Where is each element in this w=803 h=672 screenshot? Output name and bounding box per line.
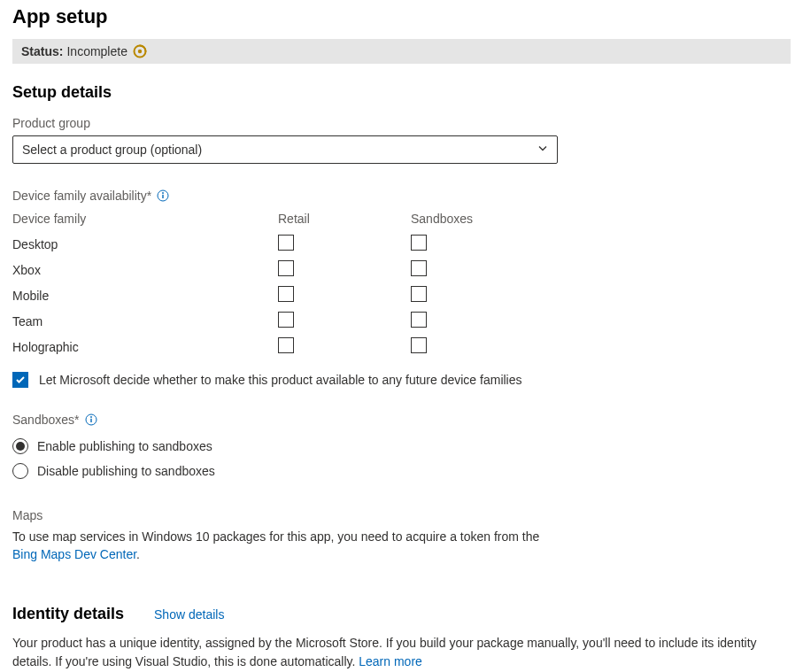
device-family-table: Device family Retail Sandboxes DesktopXb… <box>12 208 791 359</box>
maps-body-suffix: . <box>136 547 140 561</box>
sandboxes-label: Sandboxes* <box>12 413 791 427</box>
device-family-row: Desktop <box>12 231 791 257</box>
radio-icon <box>12 463 28 479</box>
future-families-row[interactable]: Let Microsoft decide whether to make thi… <box>12 372 791 388</box>
svg-point-3 <box>162 192 164 194</box>
product-group-select[interactable]: Select a product group (optional) <box>12 135 558 164</box>
future-families-checkbox[interactable] <box>12 372 28 388</box>
show-details-link[interactable]: Show details <box>154 607 224 622</box>
maps-block: Maps To use map services in Windows 10 p… <box>12 508 558 564</box>
device-family-name: Holographic <box>12 340 278 354</box>
col-retail: Retail <box>278 212 411 226</box>
svg-rect-4 <box>162 195 163 198</box>
col-device-family: Device family <box>12 212 278 226</box>
col-sandboxes: Sandboxes <box>411 212 544 226</box>
device-family-row: Xbox <box>12 257 791 282</box>
status-value: Incomplete <box>66 44 127 58</box>
sandboxes-checkbox[interactable] <box>411 337 427 353</box>
device-family-row: Holographic <box>12 334 791 359</box>
status-bar: Status: Incomplete <box>12 39 791 64</box>
page-title: App setup <box>12 5 791 28</box>
info-icon[interactable] <box>85 413 97 426</box>
identity-description: Your product has a unique identity, assi… <box>12 634 791 671</box>
retail-checkbox[interactable] <box>278 312 294 328</box>
sandboxes-checkbox[interactable] <box>411 312 427 328</box>
device-family-name: Mobile <box>12 289 278 303</box>
future-families-label: Let Microsoft decide whether to make thi… <box>39 373 522 387</box>
sandboxes-disable-option[interactable]: Disable publishing to sandboxes <box>12 459 791 483</box>
retail-checkbox[interactable] <box>278 235 294 251</box>
device-family-row: Mobile <box>12 282 791 308</box>
sandboxes-radio-group: Enable publishing to sandboxes Disable p… <box>12 434 791 483</box>
device-family-label: Device family availability* <box>12 189 791 203</box>
retail-checkbox[interactable] <box>278 337 294 353</box>
device-family-name: Desktop <box>12 237 278 251</box>
svg-point-1 <box>138 50 142 53</box>
bing-maps-link[interactable]: Bing Maps Dev Center <box>12 547 136 561</box>
svg-point-6 <box>90 416 92 418</box>
sandboxes-disable-label: Disable publishing to sandboxes <box>37 464 215 478</box>
retail-checkbox[interactable] <box>278 260 294 276</box>
device-family-name: Xbox <box>12 263 278 277</box>
sandboxes-checkbox[interactable] <box>411 235 427 251</box>
sandboxes-enable-option[interactable]: Enable publishing to sandboxes <box>12 434 791 459</box>
sandboxes-checkbox[interactable] <box>411 260 427 276</box>
status-incomplete-icon <box>133 44 147 58</box>
maps-body-prefix: To use map services in Windows 10 packag… <box>12 529 539 544</box>
retail-checkbox[interactable] <box>278 286 294 302</box>
radio-icon <box>12 438 28 454</box>
info-icon[interactable] <box>157 189 169 202</box>
svg-rect-7 <box>90 419 91 422</box>
identity-heading: Identity details <box>12 605 124 623</box>
status-label: Status: <box>21 44 63 58</box>
device-family-name: Team <box>12 314 278 328</box>
setup-details-heading: Setup details <box>12 83 791 102</box>
device-family-label-text: Device family availability* <box>12 189 151 203</box>
sandboxes-label-text: Sandboxes* <box>12 413 80 427</box>
sandboxes-checkbox[interactable] <box>411 286 427 302</box>
product-group-label: Product group <box>12 116 791 130</box>
learn-more-link[interactable]: Learn more <box>359 654 422 668</box>
sandboxes-enable-label: Enable publishing to sandboxes <box>37 439 212 453</box>
maps-heading: Maps <box>12 508 558 522</box>
device-family-row: Team <box>12 308 791 334</box>
